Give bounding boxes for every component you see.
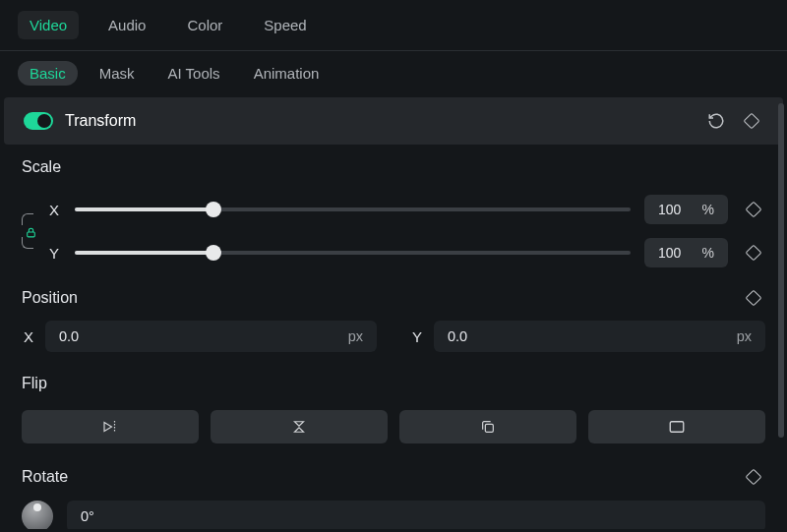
reset-icon[interactable]: [704, 109, 728, 133]
tab-speed[interactable]: Speed: [252, 11, 318, 39]
flip-vertical-button[interactable]: [211, 410, 388, 443]
scale-x-value[interactable]: 100 %: [644, 195, 728, 224]
keyframe-position-icon[interactable]: [742, 286, 765, 310]
position-label: Position: [22, 289, 78, 307]
tab-basic[interactable]: Basic: [18, 61, 78, 86]
scale-y-axis-label: Y: [47, 245, 61, 262]
rotate-label: Rotate: [22, 468, 68, 486]
tab-mask[interactable]: Mask: [88, 61, 147, 86]
scale-x-slider[interactable]: [75, 207, 631, 211]
scale-y-slider[interactable]: [75, 251, 631, 255]
position-row: X 0.0 px Y 0.0 px: [22, 320, 765, 353]
keyframe-rotate-icon[interactable]: [742, 465, 765, 489]
bracket-top-icon: [22, 213, 33, 225]
main-tabs: Video Audio Color Speed: [0, 0, 787, 51]
position-x-axis-label: X: [22, 328, 35, 345]
rotate-row: 0°: [22, 499, 765, 529]
scrollbar[interactable]: [778, 103, 784, 438]
tab-color[interactable]: Color: [175, 11, 234, 39]
scale-x-row: X 100 %: [22, 194, 765, 225]
transform-toggle[interactable]: [24, 112, 53, 130]
tab-video[interactable]: Video: [18, 11, 79, 39]
scale-y-row: Y 100 %: [22, 237, 765, 268]
fit-screen-button[interactable]: [588, 410, 765, 443]
scale-label: Scale: [22, 158, 765, 176]
position-y-input[interactable]: 0.0 px: [434, 321, 765, 352]
scale-x-axis-label: X: [47, 202, 61, 218]
flip-horizontal-button[interactable]: [22, 410, 199, 443]
keyframe-scale-y-icon[interactable]: [742, 241, 765, 265]
crop-button[interactable]: [399, 410, 576, 443]
position-x-input[interactable]: 0.0 px: [45, 321, 377, 352]
rotate-knob[interactable]: [22, 501, 53, 529]
flip-button-row: [22, 410, 765, 443]
svg-rect-2: [485, 424, 493, 432]
rotate-value-input[interactable]: 0°: [67, 501, 765, 529]
tab-ai-tools[interactable]: AI Tools: [156, 61, 232, 86]
keyframe-header-icon[interactable]: [740, 109, 763, 133]
bracket-bottom-icon: [22, 237, 33, 249]
position-y-axis-label: Y: [410, 328, 424, 345]
tab-animation[interactable]: Animation: [242, 61, 332, 86]
sub-tabs: Basic Mask AI Tools Animation: [0, 51, 787, 97]
transform-title: Transform: [65, 112, 693, 130]
scale-y-value[interactable]: 100 %: [644, 238, 728, 267]
flip-label: Flip: [22, 375, 765, 392]
keyframe-scale-x-icon[interactable]: [742, 198, 765, 221]
transform-section-header: Transform: [4, 97, 783, 145]
tab-audio[interactable]: Audio: [96, 11, 157, 39]
svg-rect-3: [670, 422, 684, 433]
